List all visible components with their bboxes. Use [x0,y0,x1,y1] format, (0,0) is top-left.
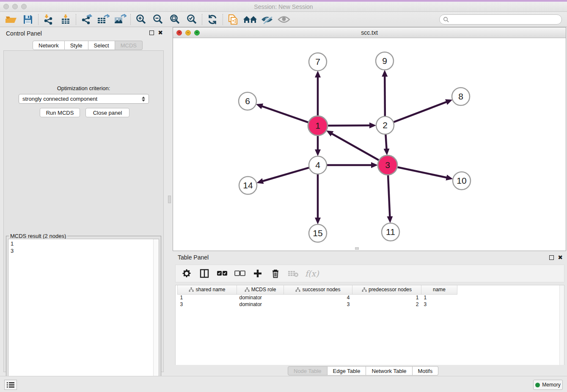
run-mcds-button[interactable]: Run MCDS [40,108,80,117]
table-settings-button[interactable] [181,268,193,279]
column-header-successor-nodes[interactable]: successor nodes [284,285,352,294]
vertical-splitter-handle[interactable] [168,196,171,203]
refresh-view-button[interactable] [204,13,221,26]
table-cell[interactable]: 1 [421,294,457,301]
graph-edge-3-11[interactable] [388,175,390,217]
criterion-dropdown[interactable]: strongly connected component [19,94,149,104]
network-view-window: ✕ − + scc.txt 7968124314101511 [173,27,566,251]
table-panel-header: Table Panel [173,252,567,263]
open-session-button[interactable] [3,13,19,26]
deselect-all-button[interactable] [234,268,246,279]
graph-node-6[interactable]: 6 [239,92,256,110]
eye-slash-button[interactable] [259,13,275,26]
graph-node-3[interactable]: 3 [378,155,397,175]
delete-table-button[interactable] [287,268,299,279]
graph-node-label: 14 [243,180,253,190]
tab-motifs[interactable]: Motifs [413,366,439,375]
table-cell[interactable]: 1 [178,294,237,301]
export-image-button[interactable] [112,13,129,26]
table-cell[interactable]: 3 [421,301,457,308]
export-network-button[interactable] [78,13,95,26]
table-row[interactable]: 3dominator323 [178,301,457,308]
eye-slash-icon [261,15,273,24]
restore-panels-button[interactable] [4,380,17,390]
network-window-titlebar[interactable]: ✕ − + scc.txt [173,28,566,38]
mcds-result-scrollbar[interactable] [153,239,159,392]
import-table-button[interactable] [57,13,74,26]
tab-select[interactable]: Select [88,41,115,50]
window-titlebar[interactable]: Session: New Session [0,2,567,12]
graph-node-11[interactable]: 11 [382,223,399,241]
copy-documents-button[interactable] [225,13,242,26]
export-table-button[interactable] [95,13,112,26]
select-all-icon [217,271,228,276]
zoom-in-button[interactable] [132,13,149,26]
double-home-button[interactable] [242,13,259,26]
memory-status-icon [535,383,540,387]
graph-node-7[interactable]: 7 [309,53,327,71]
graph-node-2[interactable]: 2 [376,116,394,134]
table-panel-close-icon[interactable]: ✖ [558,255,563,260]
tab-network-table[interactable]: Network Table [366,366,412,375]
column-header-predecessor-nodes[interactable]: predecessor nodes [352,285,421,294]
column-header-name[interactable]: name [421,285,457,294]
save-session-button[interactable] [19,13,36,26]
eye-button[interactable] [275,13,292,26]
graph-edge-1-2[interactable] [328,125,370,126]
table-scrollbar[interactable] [559,285,564,365]
search-input[interactable] [451,17,561,23]
graph-edge-3-1[interactable] [331,133,379,160]
add-row-button[interactable] [252,268,264,279]
table-columns-button[interactable] [198,268,210,279]
mcds-result-group: MCDS result (2 nodes) 1 3 [6,236,161,392]
tab-network[interactable]: Network [33,41,65,50]
network-canvas[interactable]: 7968124314101511 [173,38,566,251]
column-header-mcds-role[interactable]: MCDS role [237,285,284,294]
tab-style[interactable]: Style [65,41,88,50]
table-cell[interactable]: dominator [237,301,284,308]
table-row[interactable]: 1dominator411 [178,294,457,301]
graph-node-14[interactable]: 14 [239,177,257,194]
graph-edge-1-6[interactable] [261,106,308,123]
function-builder-button[interactable]: f(x) [305,269,319,278]
table-cell[interactable]: 3 [284,301,352,308]
delete-row-button[interactable] [270,268,281,279]
table-cell[interactable]: 1 [352,294,421,301]
main-toolbar [0,12,567,27]
vertical-splitter[interactable] [167,27,173,376]
graph-edge-2-9[interactable] [385,76,385,116]
graph-node-15[interactable]: 15 [309,224,327,242]
table-cell[interactable]: 2 [352,301,421,308]
table-cell[interactable]: dominator [237,294,284,301]
select-all-button[interactable] [216,268,228,279]
search-field[interactable] [439,14,562,25]
zoom-selected-button[interactable] [183,13,200,26]
graph-node-10[interactable]: 10 [453,172,471,190]
graph-edge-3-10[interactable] [397,167,447,178]
graph-edge-4-14[interactable] [262,168,309,181]
graph-node-1[interactable]: 1 [308,116,328,135]
graph-node-9[interactable]: 9 [376,52,394,70]
table-cell[interactable]: 3 [178,301,237,308]
table-panel-float-icon[interactable] [549,255,554,260]
horizontal-splitter-handle[interactable] [355,247,359,250]
close-panel-button[interactable]: Close panel [85,108,129,117]
import-network-button[interactable] [40,13,57,26]
graph-edge-2-3[interactable] [385,134,386,149]
tab-mcds[interactable]: MCDS [115,41,143,50]
zoom-fit-button[interactable] [166,13,183,26]
control-panel-float-icon[interactable] [149,30,154,35]
control-panel-close-icon[interactable]: ✖ [158,30,163,35]
memory-button[interactable]: Memory [533,380,563,390]
graph-node-4[interactable]: 4 [309,156,327,174]
toolbar-separator [130,14,131,25]
zoom-out-button[interactable] [149,13,166,26]
column-header-shared-name[interactable]: shared name [178,285,237,294]
tab-node-table[interactable]: Node Table [288,366,328,375]
graph-edge-2-8[interactable] [394,102,447,122]
mcds-result-area[interactable]: 1 3 [8,239,159,392]
control-panel: Control Panel ✖ Network Style Select MCD… [0,27,167,376]
table-cell[interactable]: 4 [284,294,352,301]
graph-node-8[interactable]: 8 [452,88,470,105]
tab-edge-table[interactable]: Edge Table [328,366,366,375]
